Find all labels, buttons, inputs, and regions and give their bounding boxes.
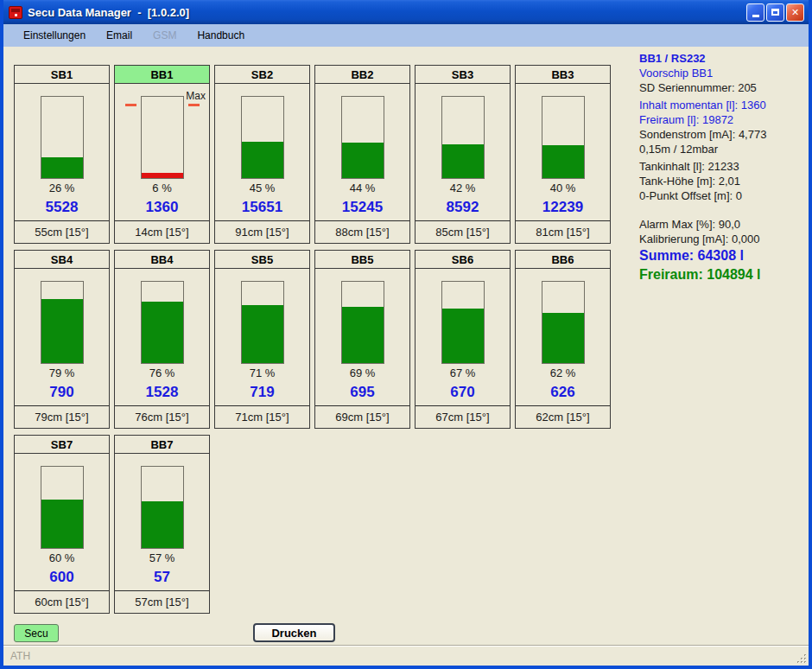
tank-volume: 600 — [15, 566, 109, 590]
tank-card[interactable]: BB4 76 % 1528 76cm [15°] — [114, 250, 210, 429]
resize-grip[interactable] — [796, 653, 808, 665]
tank-fill — [442, 309, 484, 363]
tank-card[interactable]: BB7 57 % 57 57cm [15°] — [114, 435, 210, 614]
info-panel-line: Tank-Höhe [m]: 2,01 — [639, 174, 805, 188]
tank-volume: 12239 — [516, 196, 610, 220]
tank-card[interactable]: SB2 45 % 15651 91cm [15°] — [214, 65, 310, 244]
tank-depth: 76cm [15°] — [115, 406, 209, 428]
tank-card[interactable]: SB7 60 % 600 60cm [15°] — [14, 435, 110, 614]
tank-gauge — [215, 269, 309, 366]
tank-card[interactable]: SB3 42 % 8592 85cm [15°] — [415, 65, 511, 244]
tank-volume: 5528 — [15, 196, 109, 220]
info-panel-line: Kalibrierung [mA]: 0,000 — [639, 232, 805, 246]
tank-name: SB4 — [15, 251, 109, 269]
info-panel-line: 0-Punkt Offset [m]: 0 — [639, 188, 805, 203]
titlebar: Secu Data Manager - [1.0.2.0] ✕ — [3, 0, 809, 24]
menu-item-handbuch[interactable]: Handbuch — [189, 26, 252, 45]
close-button[interactable]: ✕ — [786, 3, 804, 22]
tank-fill — [342, 307, 384, 363]
window-title: Secu Data Manager - [1.0.2.0] — [28, 6, 746, 19]
tank-fill — [242, 305, 283, 363]
info-panel-line: Sondenstrom [mA]: 4,773 — [639, 127, 805, 142]
tank-fill — [41, 500, 83, 548]
tank-name: BB6 — [516, 251, 610, 269]
tank-volume: 626 — [516, 381, 610, 405]
tank-name: BB5 — [315, 251, 409, 269]
tank-card[interactable]: BB1 Max 6 % 1360 14cm [15°] — [114, 65, 210, 244]
tank-percent: 57 % — [115, 551, 209, 566]
tank-card[interactable]: SB1 26 % 5528 55cm [15°] — [14, 65, 110, 244]
tank-gauge — [416, 84, 510, 181]
tank-name: BB2 — [315, 66, 409, 84]
tank-percent: 45 % — [215, 181, 309, 196]
tank-outline — [441, 96, 485, 179]
tank-name: BB7 — [115, 436, 209, 454]
tank-volume: 15651 — [215, 196, 309, 220]
tank-percent: 69 % — [315, 366, 409, 381]
tank-outline — [141, 96, 184, 179]
tank-percent: 71 % — [215, 366, 309, 381]
tank-card[interactable]: SB6 67 % 670 67cm [15°] — [415, 250, 511, 429]
info-panel-line: Freiraum [l]: 19872 — [639, 112, 805, 127]
statusbar: ATH — [3, 645, 809, 666]
tank-card[interactable]: BB5 69 % 695 69cm [15°] — [314, 250, 410, 429]
tank-grid: SB1 26 % 5528 55cm [15°] BB1 Max — [14, 65, 611, 614]
tank-gauge — [15, 454, 109, 551]
tank-fill — [142, 501, 183, 548]
alarm-max-dash-right — [188, 104, 200, 106]
tank-depth: 60cm [15°] — [15, 591, 109, 613]
tank-outline — [241, 281, 284, 364]
minimize-button[interactable] — [746, 3, 764, 22]
info-panel-line: Freiraum: 104894 l — [639, 265, 805, 284]
maximize-button[interactable] — [766, 3, 784, 22]
info-panel-line: 0,15m / 12mbar — [639, 142, 805, 156]
tank-fill — [142, 302, 183, 363]
tank-name: SB6 — [416, 251, 510, 269]
tank-card[interactable]: BB2 44 % 15245 88cm [15°] — [314, 65, 410, 244]
tank-fill — [542, 313, 584, 363]
drucken-button[interactable]: Drucken — [253, 623, 335, 642]
tank-volume: 695 — [315, 381, 409, 405]
tank-volume: 670 — [416, 381, 510, 405]
tank-gauge — [516, 84, 610, 181]
info-panel-line: SD Seriennummer: 205 — [639, 80, 805, 95]
tank-name: SB1 — [15, 66, 109, 84]
tank-outline — [341, 96, 384, 179]
tank-depth: 79cm [15°] — [15, 406, 109, 428]
tank-percent: 76 % — [115, 366, 209, 381]
tank-depth: 71cm [15°] — [215, 406, 309, 428]
secu-button[interactable]: Secu — [14, 624, 59, 642]
tank-name: BB3 — [516, 66, 610, 84]
tank-name: SB2 — [215, 66, 309, 84]
tank-gauge — [215, 84, 309, 181]
tank-volume: 57 — [115, 566, 209, 590]
minimize-icon — [752, 15, 759, 17]
tank-card[interactable]: BB3 40 % 12239 81cm [15°] — [515, 65, 611, 244]
tank-volume: 719 — [215, 381, 309, 405]
info-panel-line: BB1 / RS232 — [639, 51, 805, 66]
tank-percent: 26 % — [15, 181, 109, 196]
tank-name: BB4 — [115, 251, 209, 269]
tank-gauge — [115, 269, 209, 366]
menu-item-email[interactable]: Email — [98, 26, 140, 45]
tank-card[interactable]: SB5 71 % 719 71cm [15°] — [214, 250, 310, 429]
tank-card[interactable]: SB4 79 % 790 79cm [15°] — [14, 250, 110, 429]
info-panel-line: Alarm Max [%]: 90,0 — [639, 217, 805, 232]
alarm-max-dash-left — [125, 104, 136, 106]
tank-name: SB3 — [416, 66, 510, 84]
tank-outline — [41, 96, 84, 179]
max-label: Max — [186, 90, 206, 102]
tank-gauge: Max — [115, 84, 209, 181]
info-panel-line: Inhalt momentan [l]: 1360 — [639, 98, 805, 112]
menu-item-gsm: GSM — [145, 26, 184, 45]
menu-item-einstellungen[interactable]: Einstellungen — [16, 26, 93, 45]
info-panel-line: Tankinhalt [l]: 21233 — [639, 159, 805, 174]
tank-depth: 81cm [15°] — [516, 221, 610, 243]
tank-percent: 42 % — [416, 181, 510, 196]
tank-depth: 62cm [15°] — [516, 406, 610, 428]
tank-card[interactable]: BB6 62 % 626 62cm [15°] — [515, 250, 611, 429]
menubar: Einstellungen Email GSM Handbuch — [3, 24, 809, 47]
tank-outline — [41, 466, 84, 549]
tank-fill — [41, 157, 83, 178]
tank-name: SB5 — [215, 251, 309, 269]
